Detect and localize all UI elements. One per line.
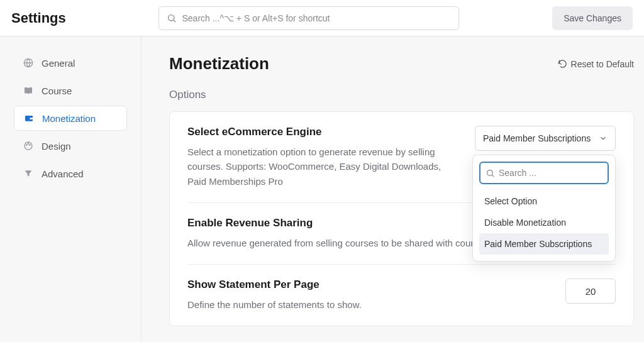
sidebar-item-label: Monetization	[42, 113, 96, 124]
svg-rect-4	[30, 118, 33, 119]
sidebar-item-label: Design	[42, 141, 71, 152]
page-title: Settings	[11, 10, 66, 26]
dropdown-option[interactable]: Select Option	[479, 190, 609, 212]
header: Settings Save Changes	[0, 0, 644, 36]
sidebar-item-label: Advanced	[42, 168, 84, 179]
option-row-statement: Show Statement Per Page Define the numbe…	[187, 265, 616, 326]
refresh-icon	[558, 59, 567, 69]
sidebar-item-course[interactable]: Course	[14, 78, 127, 103]
dropdown-option[interactable]: Paid Member Subscriptions	[479, 233, 609, 255]
select-value: Paid Member Subscriptions	[483, 133, 591, 143]
reset-to-default-button[interactable]: Reset to Default	[558, 59, 634, 69]
sidebar-item-design[interactable]: Design	[14, 133, 127, 158]
chevron-down-icon	[599, 134, 608, 143]
svg-point-9	[487, 170, 493, 175]
search-icon	[486, 168, 495, 178]
dropdown-search-input[interactable]	[499, 168, 609, 178]
palette-icon	[23, 140, 34, 152]
sidebar-item-label: General	[42, 58, 75, 69]
filter-icon	[23, 168, 34, 179]
reset-label: Reset to Default	[571, 59, 634, 69]
svg-line-1	[174, 20, 175, 22]
sidebar-item-label: Course	[42, 86, 72, 96]
sidebar-item-general[interactable]: General	[14, 50, 127, 75]
options-label: Options	[169, 89, 634, 101]
wallet-icon	[23, 113, 35, 124]
svg-point-6	[26, 145, 27, 145]
section-title: Monetization	[169, 54, 269, 74]
sidebar: General Course Monetization Design Advan…	[0, 36, 142, 342]
dropdown-search[interactable]	[479, 162, 609, 184]
dropdown-option[interactable]: Disable Monetization	[479, 212, 609, 233]
sidebar-item-monetization[interactable]: Monetization	[14, 106, 127, 131]
option-row-engine: Select eCommerce Engine Select a monetiz…	[187, 112, 616, 203]
svg-point-8	[30, 145, 30, 145]
ecommerce-engine-select[interactable]: Paid Member Subscriptions	[475, 126, 616, 151]
engine-dropdown: Select Option Disable Monetization Paid …	[472, 155, 616, 262]
svg-point-0	[169, 14, 174, 20]
globe-icon	[23, 57, 34, 69]
svg-point-7	[28, 143, 28, 144]
statements-per-page-input[interactable]	[565, 279, 616, 304]
option-title: Show Statement Per Page	[187, 279, 461, 291]
options-card: Select eCommerce Engine Select a monetiz…	[169, 111, 634, 326]
option-desc: Select a monetization option to generate…	[187, 145, 461, 189]
svg-line-10	[492, 175, 494, 177]
search-icon	[167, 13, 177, 23]
book-icon	[23, 85, 34, 96]
header-search-input[interactable]	[182, 13, 451, 23]
sidebar-item-advanced[interactable]: Advanced	[14, 161, 127, 186]
header-search[interactable]	[158, 6, 459, 30]
option-desc: Define the number of statements to show.	[187, 297, 461, 312]
option-title: Select eCommerce Engine	[187, 126, 461, 138]
save-button[interactable]: Save Changes	[552, 6, 633, 30]
